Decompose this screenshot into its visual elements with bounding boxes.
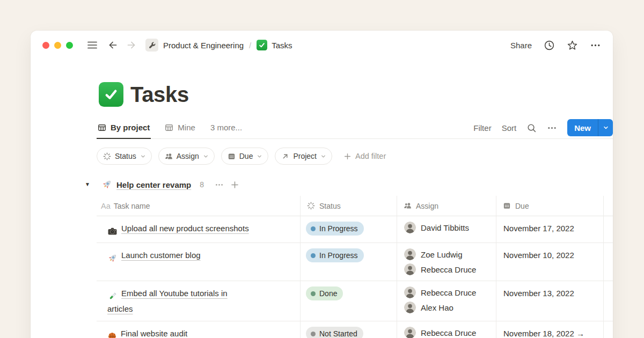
favorite-star-icon[interactable]: [567, 40, 578, 51]
workspace-wrench-icon[interactable]: [145, 39, 158, 52]
minimize-window-button[interactable]: [54, 42, 61, 49]
status-burst-icon: [103, 152, 111, 160]
back-arrow-icon[interactable]: [107, 40, 118, 50]
new-dropdown-caret[interactable]: [598, 119, 613, 136]
table-grid-icon: [165, 123, 173, 132]
due-date: November 17, 2022: [503, 224, 574, 233]
due-cell[interactable]: November 17, 2022: [496, 216, 604, 243]
tab-label: 3 more...: [210, 123, 242, 132]
page-icon-check[interactable]: [99, 82, 123, 107]
test-tube-icon: [107, 289, 118, 302]
share-button[interactable]: Share: [510, 41, 532, 50]
rocket-icon: [107, 251, 118, 264]
close-window-button[interactable]: [42, 42, 49, 49]
task-title-cell[interactable]: Embed all Youtube tutorials in articles: [97, 281, 301, 321]
assignee: David Tibbitts: [404, 222, 496, 233]
assign-cell[interactable]: Zoe Ludwig Rebecca Druce: [397, 243, 496, 281]
status-cell[interactable]: Not Started: [301, 321, 397, 338]
people-icon: [404, 202, 412, 210]
status-label: Done: [319, 289, 337, 298]
rocket-icon: [101, 179, 112, 190]
plus-icon: [343, 152, 352, 160]
arrow-up-right-icon: [281, 152, 289, 160]
task-title-link[interactable]: Upload all new product screenshots: [121, 224, 249, 233]
chip-label: Status: [115, 152, 136, 160]
row-spacer: [604, 321, 613, 338]
assignee-name: David Tibbitts: [421, 223, 469, 232]
sort-button[interactable]: Sort: [502, 123, 517, 133]
tab-mine[interactable]: Mine: [164, 117, 196, 139]
view-more-icon[interactable]: [547, 123, 557, 133]
filter-chip-due[interactable]: Due: [221, 148, 269, 165]
chip-label: Due: [239, 152, 253, 160]
group-more-icon[interactable]: [215, 180, 224, 189]
filter-chip-project[interactable]: Project: [275, 148, 332, 165]
task-title-cell[interactable]: Upload all new product screenshots: [97, 216, 301, 243]
status-badge: In Progress: [306, 222, 364, 236]
sidebar-menu-icon[interactable]: [87, 41, 98, 49]
task-title-link[interactable]: Launch customer blog: [121, 251, 201, 260]
calendar-icon: [503, 202, 511, 210]
filter-button[interactable]: Filter: [473, 123, 491, 133]
assign-cell[interactable]: David Tibbitts: [397, 216, 496, 243]
group-title-link[interactable]: Help center revamp: [116, 180, 191, 189]
assignee-name: Rebecca Druce: [421, 288, 476, 297]
tab-by-project[interactable]: By project: [97, 117, 151, 139]
status-cell[interactable]: Done: [301, 281, 397, 321]
page-title[interactable]: Tasks: [130, 83, 189, 107]
collapse-triangle-icon[interactable]: ▼: [85, 182, 91, 187]
assignee-name: Alex Hao: [421, 303, 453, 312]
status-label: In Progress: [319, 224, 358, 233]
assignee: Rebecca Druce: [404, 327, 496, 338]
task-title-cell[interactable]: Final website audit: [97, 321, 301, 338]
assignee-name: Rebecca Druce: [421, 265, 476, 274]
assign-cell[interactable]: Rebecca Druce Alex Hao: [397, 281, 496, 321]
basketball-icon: [107, 329, 117, 338]
column-label: Due: [515, 202, 529, 210]
group-header: ▼ Help center revamp 8: [85, 179, 613, 190]
status-burst-icon: [307, 202, 315, 210]
status-cell[interactable]: In Progress: [301, 216, 397, 243]
status-dot: [311, 291, 316, 296]
tab-more-views[interactable]: 3 more...: [209, 117, 243, 139]
status-label: Not Started: [319, 329, 357, 338]
filter-chip-status[interactable]: Status: [97, 148, 152, 165]
search-icon[interactable]: [526, 123, 537, 133]
task-title-link[interactable]: Embed all Youtube tutorials in articles: [107, 289, 228, 313]
avatar: [404, 286, 416, 298]
due-cell[interactable]: November 13, 2022: [496, 281, 604, 321]
avatar: [404, 327, 416, 338]
table-grid-icon: [98, 123, 106, 132]
due-date: November 18, 2022: [503, 329, 574, 338]
group-count: 8: [200, 180, 204, 189]
group-add-icon[interactable]: [230, 180, 239, 189]
assignee: Rebecca Druce: [404, 286, 496, 298]
assign-cell[interactable]: Rebecca Druce: [397, 321, 496, 338]
due-cell[interactable]: November 18, 2022 → November 20: [496, 321, 604, 338]
due-cell[interactable]: November 10, 2022: [496, 243, 604, 281]
column-header-due[interactable]: Due: [496, 196, 604, 216]
status-dot: [311, 253, 316, 258]
zoom-window-button[interactable]: [66, 42, 73, 49]
task-title-link[interactable]: Final website audit: [121, 329, 187, 338]
new-button[interactable]: New: [567, 119, 598, 136]
column-header-assign[interactable]: Assign: [397, 196, 496, 216]
status-badge: In Progress: [306, 248, 364, 262]
table-row: Upload all new product screenshots In Pr…: [97, 216, 613, 243]
filter-chip-assign[interactable]: Assign: [158, 148, 215, 165]
assignee: Alex Hao: [404, 302, 496, 313]
table-row: Launch customer blog In Progress Zoe Lud…: [97, 243, 613, 281]
assignee: Zoe Ludwig: [404, 248, 496, 260]
forward-arrow-icon[interactable]: [126, 40, 137, 50]
page-check-icon: [257, 40, 267, 50]
status-label: In Progress: [319, 251, 358, 260]
status-cell[interactable]: In Progress: [301, 243, 397, 281]
more-options-icon[interactable]: [590, 40, 601, 51]
add-filter-button[interactable]: Add filter: [343, 152, 386, 160]
task-title-cell[interactable]: Launch customer blog: [97, 243, 301, 281]
breadcrumb-page[interactable]: Tasks: [272, 41, 292, 50]
column-header-status[interactable]: Status: [301, 196, 397, 216]
column-header-task-name[interactable]: Aa Task name: [97, 196, 301, 216]
updates-clock-icon[interactable]: [544, 40, 555, 51]
breadcrumb-workspace[interactable]: Product & Engineering: [163, 41, 244, 50]
